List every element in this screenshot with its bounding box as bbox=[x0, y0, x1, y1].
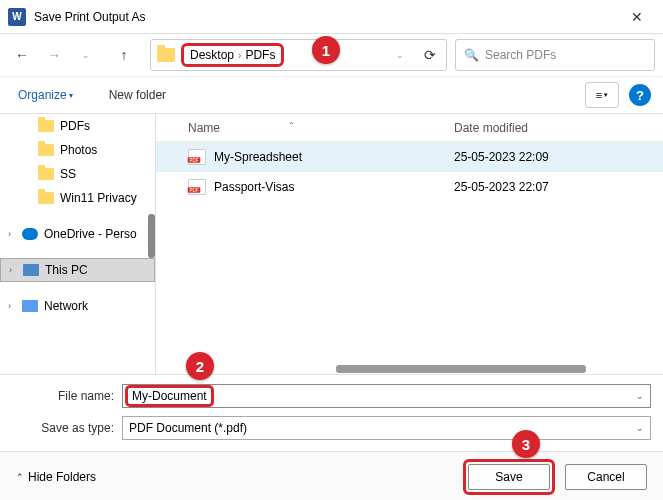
callout-2: 2 bbox=[186, 352, 214, 380]
toolbar: Organize ▾ New folder ≡ ▾ ? bbox=[0, 76, 663, 114]
sidebar-item-this-pc[interactable]: ›This PC bbox=[0, 258, 155, 282]
address-bar[interactable]: Desktop › PDFs ⌄ ⟳ bbox=[150, 39, 447, 71]
file-date: 25-05-2023 22:09 bbox=[446, 150, 663, 164]
chevron-right-icon: › bbox=[9, 265, 17, 275]
view-options-button[interactable]: ≡ ▾ bbox=[585, 82, 619, 108]
saveastype-select[interactable]: PDF Document (*.pdf) ⌄ bbox=[122, 416, 651, 440]
chevron-down-icon[interactable]: ⌄ bbox=[636, 423, 644, 433]
folder-icon bbox=[38, 168, 54, 180]
crumb-pdfs[interactable]: PDFs bbox=[245, 48, 275, 62]
sidebar-item-pdfs[interactable]: PDFs bbox=[0, 114, 155, 138]
organize-button[interactable]: Organize ▾ bbox=[12, 84, 79, 106]
sidebar-item-photos[interactable]: Photos bbox=[0, 138, 155, 162]
chevron-right-icon: › bbox=[8, 229, 16, 239]
new-folder-button[interactable]: New folder bbox=[103, 84, 172, 106]
cancel-button[interactable]: Cancel bbox=[565, 464, 647, 490]
chevron-up-icon: ⌃ bbox=[16, 472, 24, 482]
search-input[interactable]: 🔍 Search PDFs bbox=[455, 39, 655, 71]
col-date-header[interactable]: Date modified bbox=[446, 121, 663, 135]
sidebar: PDFs Photos SS Win11 Privacy ›OneDrive -… bbox=[0, 114, 156, 374]
folder-icon bbox=[38, 192, 54, 204]
footer: ⌃ Hide Folders Save Cancel bbox=[0, 451, 663, 500]
file-row[interactable]: Passport-Visas 25-05-2023 22:07 bbox=[156, 172, 663, 202]
recent-dropdown[interactable]: ⌄ bbox=[72, 41, 100, 69]
cloud-icon bbox=[22, 228, 38, 240]
chevron-down-icon: ▾ bbox=[69, 91, 73, 100]
file-row[interactable]: My-Spreadsheet 25-05-2023 22:09 bbox=[156, 142, 663, 172]
sidebar-item-win11-privacy[interactable]: Win11 Privacy bbox=[0, 186, 155, 210]
help-button[interactable]: ? bbox=[629, 84, 651, 106]
folder-icon bbox=[157, 48, 175, 62]
callout-3: 3 bbox=[512, 430, 540, 458]
address-dropdown[interactable]: ⌄ bbox=[386, 41, 414, 69]
hide-folders-button[interactable]: ⌃ Hide Folders bbox=[16, 470, 96, 484]
file-name: Passport-Visas bbox=[214, 180, 294, 194]
chevron-right-icon: › bbox=[238, 50, 241, 61]
folder-icon bbox=[38, 120, 54, 132]
back-button[interactable]: ← bbox=[8, 41, 36, 69]
breadcrumb-highlight: Desktop › PDFs bbox=[181, 43, 284, 67]
pc-icon bbox=[23, 264, 39, 276]
save-highlight: Save bbox=[463, 459, 555, 495]
pdf-icon bbox=[188, 179, 206, 195]
column-headers[interactable]: Name⌃ Date modified bbox=[156, 114, 663, 142]
horizontal-scrollbar[interactable] bbox=[336, 365, 586, 373]
filename-highlight: My-Document bbox=[125, 385, 214, 407]
search-icon: 🔍 bbox=[464, 48, 479, 62]
title-bar: W Save Print Output As ✕ bbox=[0, 0, 663, 34]
folder-icon bbox=[38, 144, 54, 156]
save-button[interactable]: Save bbox=[468, 464, 550, 490]
chevron-down-icon[interactable]: ⌄ bbox=[636, 391, 644, 401]
saveastype-label: Save as type: bbox=[12, 421, 122, 435]
list-icon: ≡ bbox=[596, 89, 602, 101]
callout-1: 1 bbox=[312, 36, 340, 64]
file-list: Name⌃ Date modified My-Spreadsheet 25-05… bbox=[156, 114, 663, 374]
scrollbar[interactable] bbox=[148, 214, 155, 258]
refresh-button[interactable]: ⟳ bbox=[416, 41, 444, 69]
sidebar-item-ss[interactable]: SS bbox=[0, 162, 155, 186]
sidebar-item-network[interactable]: ›Network bbox=[0, 294, 155, 318]
up-button[interactable]: ↑ bbox=[110, 41, 138, 69]
file-name: My-Spreadsheet bbox=[214, 150, 302, 164]
main-area: PDFs Photos SS Win11 Privacy ›OneDrive -… bbox=[0, 114, 663, 374]
sidebar-item-onedrive[interactable]: ›OneDrive - Perso bbox=[0, 222, 155, 246]
pdf-icon bbox=[188, 149, 206, 165]
forward-button[interactable]: → bbox=[40, 41, 68, 69]
close-button[interactable]: ✕ bbox=[615, 2, 659, 32]
breadcrumb[interactable]: Desktop › PDFs bbox=[190, 48, 275, 62]
crumb-desktop[interactable]: Desktop bbox=[190, 48, 234, 62]
window-title: Save Print Output As bbox=[34, 10, 615, 24]
word-app-icon: W bbox=[8, 8, 26, 26]
filename-label: File name: bbox=[12, 389, 122, 403]
network-icon bbox=[22, 300, 38, 312]
file-date: 25-05-2023 22:07 bbox=[446, 180, 663, 194]
filename-input[interactable]: My-Document ⌄ bbox=[122, 384, 651, 408]
chevron-right-icon: › bbox=[8, 301, 16, 311]
search-placeholder: Search PDFs bbox=[485, 48, 556, 62]
bottom-fields: File name: My-Document ⌄ Save as type: P… bbox=[0, 374, 663, 451]
sort-indicator-icon: ⌃ bbox=[288, 121, 295, 135]
col-name-header[interactable]: Name bbox=[188, 121, 220, 135]
